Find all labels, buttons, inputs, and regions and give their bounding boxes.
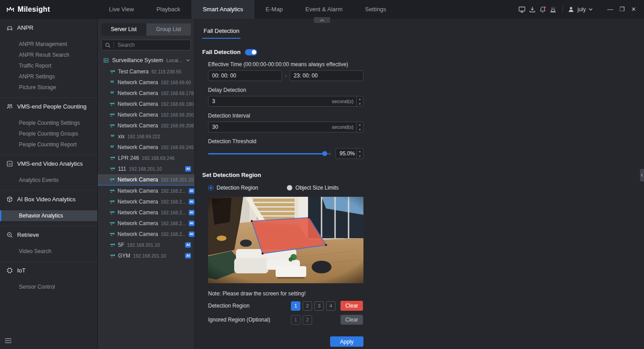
end-time-input[interactable]: 23: 00: 00 (290, 70, 363, 81)
stepper-up-icon[interactable]: ▲ (357, 122, 363, 127)
start-time-input[interactable]: 00: 00: 00 (208, 70, 282, 81)
region-number-button[interactable]: 4 (326, 301, 336, 311)
radio-selected-icon[interactable] (208, 185, 213, 190)
monitor-icon[interactable] (517, 0, 527, 19)
nav-tab[interactable]: Event & Alarm (294, 0, 354, 19)
delay-detection-unit: second(s) (332, 99, 354, 104)
detection-interval-stepper[interactable]: ▲▼ (356, 122, 363, 132)
stepper-down-icon[interactable]: ▼ (357, 127, 363, 132)
nav-tab[interactable]: Playback (145, 0, 191, 19)
camera-list-item[interactable]: Network Camera 192.168.2... AI (98, 207, 195, 218)
camera-list-item[interactable]: Network Camera 192.168.69.60 (98, 77, 195, 88)
camera-list-item[interactable]: xix 192.168.69.222 (98, 131, 195, 142)
camera-icon (109, 112, 115, 118)
sidebar-item[interactable]: Analytics Events (0, 175, 97, 186)
stepper-up-icon[interactable]: ▲ (357, 96, 363, 101)
sidebar-item[interactable]: People Counting Settings (0, 118, 97, 128)
radio-detection-region[interactable]: Detection Region (208, 185, 258, 191)
sidebar-section-header-iot[interactable]: IoT (0, 263, 97, 277)
region-number-button[interactable]: 1 (291, 315, 300, 325)
detection-interval-input[interactable]: 30 second(s) ▲▼ (208, 122, 363, 132)
sidebar-item[interactable]: Sensor Control (0, 281, 97, 292)
notification-bell-icon[interactable] (537, 0, 548, 19)
camera-list-item[interactable]: 5F 192.168.201.10 AI (98, 240, 195, 250)
ai-badge: AI (185, 166, 191, 172)
close-button[interactable]: ✕ (628, 0, 639, 19)
sidebar-section-header-retrieve[interactable]: Retrieve (0, 228, 97, 241)
region-number-button[interactable]: 1 (291, 301, 300, 311)
sidebar-item[interactable]: Behavior Analytics (0, 210, 97, 221)
camera-list-item[interactable]: Network Camera 192.168.69.200 (98, 109, 195, 120)
minimize-button[interactable]: — (604, 0, 616, 19)
nav-tab[interactable]: Settings (354, 0, 397, 19)
camera-list-item[interactable]: Network Camera 192.168.69.178 (98, 88, 195, 99)
sidebar-item[interactable]: People Counting Groups (0, 128, 97, 139)
collapse-sidebar-button[interactable] (5, 337, 12, 345)
apply-button[interactable]: Apply (330, 336, 363, 347)
camera-preview-canvas[interactable] (208, 197, 363, 283)
ai-badge: AI (185, 253, 191, 258)
fall-detection-toggle[interactable] (245, 49, 257, 55)
sidebar-section-video-analytics: AI VMS-end Video Analytics Analytics Eve… (0, 155, 97, 190)
chevron-down-icon[interactable] (186, 59, 190, 62)
camera-list-item[interactable]: Network Camera 192.168.2... AI (98, 186, 195, 196)
tab-fall-detection[interactable]: Fall Detection (202, 24, 240, 39)
nav-tab[interactable]: Live View (98, 0, 145, 19)
region-number-button[interactable]: 2 (303, 315, 312, 325)
camera-list-item[interactable]: Network Camera 192.168.69.180 (98, 99, 195, 109)
sidebar-item[interactable]: Traffic Report (0, 60, 97, 71)
camera-icon (109, 242, 115, 248)
sidebar-section-header-people-counting[interactable]: VMS-end People Counting (0, 100, 97, 113)
device-list-tab[interactable]: Server List (101, 23, 146, 36)
main-content: Fall Detection Fall Detection Effective … (195, 19, 644, 349)
camera-list-item[interactable]: Network Camera 192.168.201.10 (98, 174, 195, 186)
sidebar-item[interactable]: ANPR Settings (0, 71, 97, 82)
region-mode-radios: Detection Region Object Size Limits (208, 185, 644, 191)
collapse-settings-panel-button[interactable] (314, 17, 330, 23)
delay-detection-input[interactable]: 3 second(s) ▲▼ (208, 96, 363, 107)
ai-badge: AI (189, 188, 195, 194)
region-number-button[interactable]: 2 (303, 301, 312, 311)
sidebar-item[interactable]: Picture Storage (0, 82, 97, 93)
clear-detection-region-button[interactable]: Clear (340, 301, 363, 311)
maximize-button[interactable]: ❐ (616, 0, 628, 19)
camera-list-item[interactable]: Test Camera 92.119.238.55 (98, 66, 195, 77)
sidebar-section-header-video-analytics[interactable]: AI VMS-end Video Analytics (0, 157, 97, 170)
camera-list-item[interactable]: GYM 192.168.201.10 AI (98, 250, 195, 261)
camera-list-item[interactable]: 111 192.168.201.10 AI (98, 163, 195, 174)
threshold-value-input[interactable]: 95.0% ▲▼ (336, 148, 363, 159)
camera-list-item[interactable]: Network Camera 192.168.69.245 (98, 142, 195, 153)
collapse-right-panel-handle[interactable] (640, 169, 644, 181)
delay-detection-stepper[interactable]: ▲▼ (356, 96, 363, 106)
sidebar-item[interactable]: People Counting Report (0, 139, 97, 150)
stepper-down-icon[interactable]: ▼ (357, 101, 363, 106)
radio-object-size-limits[interactable]: Object Size Limits (287, 185, 339, 191)
radio-unselected-icon[interactable] (287, 185, 292, 190)
sidebar-item[interactable]: ANPR Result Search (0, 50, 97, 60)
camera-list-item[interactable]: Network Camera 192.168.2... AI (98, 229, 195, 240)
search-input[interactable] (114, 42, 190, 48)
region-number-button[interactable]: 3 (314, 301, 324, 311)
sidebar-item[interactable]: Video Search (0, 246, 97, 257)
device-list-tab[interactable]: Group List (146, 23, 191, 36)
camera-list-item[interactable]: Network Camera 192.168.69.208 (98, 120, 195, 131)
user-menu[interactable]: july (567, 6, 593, 13)
sidebar-section-header-ai-box[interactable]: AI Box Video Analytics (0, 192, 97, 206)
camera-list-item[interactable]: Network Camera 192.168.2... AI (98, 196, 195, 207)
clear-ignored-region-button[interactable]: Clear (340, 315, 363, 325)
threshold-slider-handle[interactable] (322, 151, 327, 156)
camera-ip: 192.168.2... (161, 188, 186, 194)
threshold-stepper[interactable]: ▲▼ (356, 149, 363, 159)
sidebar-item[interactable]: ANPR Management (0, 39, 97, 50)
camera-list-item[interactable]: Network Camera 192.168.2... AI (98, 218, 195, 229)
download-icon[interactable] (527, 0, 537, 19)
stepper-up-icon[interactable]: ▲ (357, 149, 363, 154)
stepper-down-icon[interactable]: ▼ (357, 154, 363, 159)
nav-tab[interactable]: Smart Analytics (191, 0, 254, 19)
nav-tab[interactable]: E-Map (254, 0, 294, 19)
alarm-icon[interactable] (548, 0, 558, 19)
threshold-slider[interactable] (208, 153, 331, 154)
sidebar-section-header-anpr[interactable]: ANPR (0, 21, 97, 34)
server-tree-root[interactable]: Surveillance System Local... (98, 54, 195, 66)
camera-list-item[interactable]: LPR 246 192.168.69.246 (98, 153, 195, 163)
